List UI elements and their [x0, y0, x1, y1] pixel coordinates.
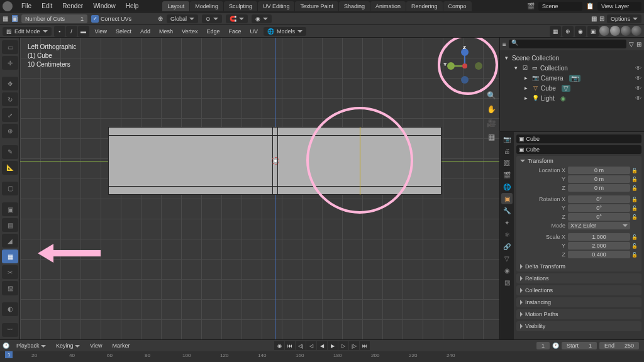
- autokeying-icon[interactable]: ◉: [274, 341, 284, 350]
- play-reverse-icon[interactable]: ◀: [317, 341, 327, 350]
- automerge-icon[interactable]: ⊞: [599, 15, 604, 22]
- xray-icon[interactable]: ▣: [587, 26, 599, 37]
- scale-x-input[interactable]: 1.000: [568, 233, 630, 241]
- viewlayer-field[interactable]: View Layer: [597, 2, 641, 11]
- bevel-tool[interactable]: ◢: [2, 234, 18, 248]
- tab-sculpting[interactable]: Sculpting: [224, 1, 257, 11]
- select-tool-icon[interactable]: ▦: [3, 15, 8, 22]
- visibility-eye-icon[interactable]: 👁: [635, 65, 641, 72]
- prop-breadcrumb[interactable]: ▣ Cube: [516, 134, 641, 143]
- delta-transform-header[interactable]: Delta Transform: [516, 261, 641, 272]
- select-visible-icon[interactable]: ▦: [550, 26, 561, 37]
- preview-range-icon[interactable]: 🕐: [552, 343, 559, 349]
- orientation-gizmo[interactable]: Z Y: [446, 47, 484, 85]
- proptab-output[interactable]: 🖨: [501, 145, 513, 156]
- mesh-edit-icon[interactable]: ▦: [591, 15, 597, 22]
- proptab-world[interactable]: 🌐: [501, 181, 513, 192]
- vertex-select-icon[interactable]: ▪: [54, 26, 65, 37]
- overlay-toggle-icon[interactable]: ◉: [575, 26, 586, 37]
- frame-back-icon[interactable]: ◁: [306, 341, 316, 350]
- menu-render[interactable]: Render: [57, 1, 88, 11]
- orientation-dropdown[interactable]: Global: [167, 14, 198, 23]
- play-icon[interactable]: ▶: [328, 341, 338, 350]
- move-tool[interactable]: ✥: [2, 77, 18, 90]
- instancing-header[interactable]: Instancing: [516, 297, 641, 307]
- zoom-icon[interactable]: 🔍: [486, 91, 497, 102]
- outliner-item-cube[interactable]: ▸ ▽ Cube ▽ 👁: [502, 83, 641, 93]
- tab-modeling[interactable]: Modeling: [190, 1, 223, 11]
- loopcut-tool[interactable]: ▦: [2, 250, 18, 263]
- smooth-tool[interactable]: 〰: [2, 323, 18, 337]
- outliner-scene-collection[interactable]: ▾ Scene Collection: [502, 53, 641, 63]
- outliner-item-camera[interactable]: ▸ 📷 Camera 📷 👁: [502, 73, 641, 83]
- lock-icon[interactable]: 🔓: [631, 168, 639, 173]
- face-select-icon[interactable]: ▬: [78, 26, 89, 37]
- pan-icon[interactable]: ✋: [486, 105, 497, 116]
- jump-keyframe-fwd-icon[interactable]: |▷: [349, 341, 359, 350]
- visibility-header[interactable]: Visibility: [516, 321, 641, 331]
- outliner-type-icon[interactable]: ≡: [502, 41, 506, 48]
- persp-ortho-icon[interactable]: ▦: [486, 133, 497, 144]
- scene-field[interactable]: Scene: [538, 2, 582, 11]
- collections-header[interactable]: Collections: [516, 285, 641, 295]
- polybuild-tool[interactable]: ▨: [2, 281, 18, 295]
- shading-matprev-icon[interactable]: [621, 26, 631, 36]
- inset-tool[interactable]: ▤: [2, 218, 18, 232]
- location-y-input[interactable]: 0 m: [568, 175, 630, 183]
- scale-y-input[interactable]: 2.000: [568, 242, 630, 250]
- location-x-input[interactable]: 0 m: [568, 167, 630, 174]
- annotate-tool[interactable]: ✎: [2, 145, 18, 159]
- jump-start-icon[interactable]: ⏮: [285, 341, 295, 350]
- motionpaths-header[interactable]: Motion Paths: [516, 309, 641, 319]
- tab-uvediting[interactable]: UV Editing: [258, 1, 295, 11]
- rotation-z-input[interactable]: 0°: [568, 213, 630, 221]
- relations-header[interactable]: Relations: [516, 273, 641, 283]
- proptab-modifiers[interactable]: 🔧: [501, 205, 513, 216]
- vp-menu-select[interactable]: Select: [113, 27, 135, 36]
- tl-menu-playback[interactable]: Playback: [13, 341, 49, 350]
- transform-tool[interactable]: ⊕: [2, 124, 18, 138]
- models-dropdown[interactable]: 🌐 Models: [264, 27, 306, 36]
- visibility-eye-icon[interactable]: 👁: [635, 95, 641, 102]
- cursor-tool[interactable]: ✛: [2, 56, 18, 70]
- blender-logo-icon[interactable]: [3, 1, 13, 11]
- add-cube-tool[interactable]: ▢: [2, 182, 18, 195]
- tab-compo[interactable]: Compo: [443, 1, 472, 11]
- propedit-dropdown[interactable]: ◉: [252, 14, 272, 23]
- tab-animation[interactable]: Animation: [370, 1, 406, 11]
- tl-menu-view[interactable]: View: [87, 341, 105, 350]
- proptab-viewlayer[interactable]: 🖼: [501, 157, 513, 168]
- edge-select-icon[interactable]: /: [66, 26, 77, 37]
- tab-texturepaint[interactable]: Texture Paint: [295, 1, 338, 11]
- scene-browse-icon[interactable]: 🎬: [527, 3, 535, 9]
- outliner-collection[interactable]: ▾☑ ▭ Collection 👁: [502, 63, 641, 73]
- timeline-type-icon[interactable]: 🕐: [3, 343, 9, 349]
- vp-menu-uv[interactable]: UV: [247, 27, 262, 36]
- proptab-material[interactable]: ◉: [501, 265, 513, 276]
- num-cuts-input[interactable]: Number of Cuts1: [21, 14, 87, 23]
- vp-menu-vertex[interactable]: Vertex: [179, 27, 201, 36]
- proptab-scene[interactable]: 🎬: [501, 169, 513, 180]
- current-frame-input[interactable]: 1: [536, 342, 550, 349]
- menu-file[interactable]: File: [16, 1, 36, 11]
- options-dropdown[interactable]: Options: [607, 14, 641, 23]
- correct-uvs-checkbox[interactable]: ✓Correct UVs: [91, 15, 131, 23]
- proptab-constraints[interactable]: 🔗: [501, 241, 513, 252]
- tab-shading[interactable]: Shading: [339, 1, 370, 11]
- pivot-dropdown[interactable]: ⊙: [202, 14, 222, 23]
- rotation-y-input[interactable]: 0°: [568, 204, 630, 212]
- tl-menu-marker[interactable]: Marker: [109, 341, 133, 350]
- orientation-icon[interactable]: ⊕: [158, 15, 163, 22]
- scale-tool[interactable]: ⤢: [2, 108, 18, 122]
- shading-wireframe-icon[interactable]: [599, 26, 609, 36]
- tab-layout[interactable]: Layout: [162, 1, 189, 11]
- visibility-eye-icon[interactable]: 👁: [635, 85, 641, 92]
- outliner-item-light[interactable]: ▸ 💡 Light ◉ 👁: [502, 93, 641, 103]
- vp-menu-view[interactable]: View: [92, 27, 110, 36]
- layer-browse-icon[interactable]: 📋: [586, 3, 594, 9]
- knife-tool[interactable]: ✂: [2, 265, 18, 279]
- tl-menu-keying[interactable]: Keying: [53, 341, 83, 350]
- proptab-particles[interactable]: ✦: [501, 217, 513, 228]
- menu-help[interactable]: Help: [121, 1, 144, 11]
- menu-window[interactable]: Window: [88, 1, 121, 11]
